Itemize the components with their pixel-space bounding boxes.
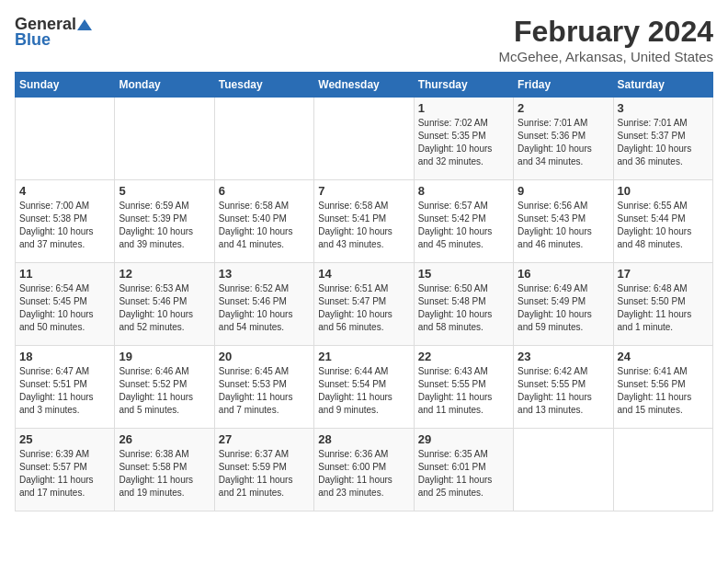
logo-blue-text: Blue — [15, 30, 51, 50]
day-number: 14 — [318, 267, 409, 281]
calendar-cell: 22Sunrise: 6:43 AM Sunset: 5:55 PM Dayli… — [414, 346, 513, 429]
calendar-cell: 12Sunrise: 6:53 AM Sunset: 5:46 PM Dayli… — [115, 263, 214, 346]
day-info: Sunrise: 6:58 AM Sunset: 5:40 PM Dayligh… — [219, 200, 310, 251]
calendar-cell: 10Sunrise: 6:55 AM Sunset: 5:44 PM Dayli… — [613, 180, 712, 263]
day-info: Sunrise: 6:58 AM Sunset: 5:41 PM Dayligh… — [318, 200, 409, 251]
day-number: 26 — [119, 432, 210, 446]
day-info: Sunrise: 6:49 AM Sunset: 5:49 PM Dayligh… — [518, 282, 609, 334]
day-number: 9 — [518, 184, 609, 198]
day-number: 24 — [618, 350, 709, 363]
day-number: 2 — [518, 101, 609, 115]
day-info: Sunrise: 6:43 AM Sunset: 5:55 PM Dayligh… — [418, 365, 509, 417]
day-number: 22 — [418, 350, 509, 363]
page-title: February 2024 — [499, 15, 713, 49]
day-number: 4 — [19, 184, 110, 198]
logo-icon — [77, 17, 92, 32]
calendar-cell: 7Sunrise: 6:58 AM Sunset: 5:41 PM Daylig… — [314, 180, 414, 263]
day-number: 25 — [19, 432, 110, 446]
calendar-cell: 3Sunrise: 7:01 AM Sunset: 5:37 PM Daylig… — [613, 98, 712, 180]
header-friday: Friday — [514, 73, 613, 98]
calendar-cell: 16Sunrise: 6:49 AM Sunset: 5:49 PM Dayli… — [514, 263, 613, 346]
calendar-cell: 26Sunrise: 6:38 AM Sunset: 5:58 PM Dayli… — [115, 429, 214, 511]
day-info: Sunrise: 6:46 AM Sunset: 5:52 PM Dayligh… — [119, 365, 210, 417]
calendar-week-row: 18Sunrise: 6:47 AM Sunset: 5:51 PM Dayli… — [16, 346, 713, 429]
calendar-cell: 1Sunrise: 7:02 AM Sunset: 5:35 PM Daylig… — [414, 98, 513, 180]
day-info: Sunrise: 7:01 AM Sunset: 5:36 PM Dayligh… — [518, 117, 609, 168]
day-info: Sunrise: 6:44 AM Sunset: 5:54 PM Dayligh… — [318, 365, 409, 417]
day-info: Sunrise: 6:59 AM Sunset: 5:39 PM Dayligh… — [119, 200, 210, 251]
day-info: Sunrise: 6:48 AM Sunset: 5:50 PM Dayligh… — [618, 282, 709, 334]
day-number: 21 — [318, 350, 409, 363]
day-info: Sunrise: 6:52 AM Sunset: 5:46 PM Dayligh… — [219, 282, 310, 334]
calendar-week-row: 25Sunrise: 6:39 AM Sunset: 5:57 PM Dayli… — [16, 429, 713, 511]
calendar-cell: 27Sunrise: 6:37 AM Sunset: 5:59 PM Dayli… — [214, 429, 313, 511]
calendar-cell — [214, 98, 313, 180]
day-number: 13 — [219, 267, 310, 281]
day-info: Sunrise: 6:51 AM Sunset: 5:47 PM Dayligh… — [318, 282, 409, 334]
day-info: Sunrise: 6:45 AM Sunset: 5:53 PM Dayligh… — [219, 365, 310, 417]
day-number: 17 — [618, 267, 709, 281]
calendar-cell — [514, 429, 613, 511]
calendar-table: SundayMondayTuesdayWednesdayThursdayFrid… — [15, 72, 713, 511]
day-info: Sunrise: 6:54 AM Sunset: 5:45 PM Dayligh… — [19, 282, 110, 334]
calendar-week-row: 11Sunrise: 6:54 AM Sunset: 5:45 PM Dayli… — [16, 263, 713, 346]
day-info: Sunrise: 6:55 AM Sunset: 5:44 PM Dayligh… — [618, 200, 709, 251]
day-info: Sunrise: 6:57 AM Sunset: 5:42 PM Dayligh… — [418, 200, 509, 251]
day-info: Sunrise: 6:39 AM Sunset: 5:57 PM Dayligh… — [19, 448, 110, 500]
day-number: 20 — [219, 350, 310, 363]
header-saturday: Saturday — [613, 73, 712, 98]
page-subtitle: McGehee, Arkansas, United States — [499, 49, 713, 64]
day-number: 3 — [618, 101, 709, 115]
calendar-cell: 6Sunrise: 6:58 AM Sunset: 5:40 PM Daylig… — [214, 180, 313, 263]
day-number: 11 — [19, 267, 110, 281]
header-thursday: Thursday — [414, 73, 513, 98]
header-tuesday: Tuesday — [214, 73, 313, 98]
calendar-cell: 28Sunrise: 6:36 AM Sunset: 6:00 PM Dayli… — [314, 429, 414, 511]
page-header: General Blue February 2024 McGehee, Arka… — [15, 15, 713, 64]
day-info: Sunrise: 7:00 AM Sunset: 5:38 PM Dayligh… — [19, 200, 110, 251]
calendar-cell: 11Sunrise: 6:54 AM Sunset: 5:45 PM Dayli… — [16, 263, 115, 346]
day-number: 5 — [119, 184, 210, 198]
calendar-cell: 5Sunrise: 6:59 AM Sunset: 5:39 PM Daylig… — [115, 180, 214, 263]
calendar-cell: 14Sunrise: 6:51 AM Sunset: 5:47 PM Dayli… — [314, 263, 414, 346]
calendar-cell: 15Sunrise: 6:50 AM Sunset: 5:48 PM Dayli… — [414, 263, 513, 346]
svg-marker-0 — [77, 19, 92, 30]
calendar-cell: 18Sunrise: 6:47 AM Sunset: 5:51 PM Dayli… — [16, 346, 115, 429]
calendar-week-row: 4Sunrise: 7:00 AM Sunset: 5:38 PM Daylig… — [16, 180, 713, 263]
day-info: Sunrise: 6:47 AM Sunset: 5:51 PM Dayligh… — [19, 365, 110, 417]
day-number: 8 — [418, 184, 509, 198]
header-monday: Monday — [115, 73, 214, 98]
day-info: Sunrise: 6:41 AM Sunset: 5:56 PM Dayligh… — [618, 365, 709, 417]
day-number: 15 — [418, 267, 509, 281]
calendar-cell: 29Sunrise: 6:35 AM Sunset: 6:01 PM Dayli… — [414, 429, 513, 511]
day-number: 10 — [618, 184, 709, 198]
day-number: 19 — [119, 350, 210, 363]
logo: General Blue — [15, 15, 93, 50]
day-number: 27 — [219, 432, 310, 446]
calendar-cell: 8Sunrise: 6:57 AM Sunset: 5:42 PM Daylig… — [414, 180, 513, 263]
header-wednesday: Wednesday — [314, 73, 414, 98]
calendar-cell: 9Sunrise: 6:56 AM Sunset: 5:43 PM Daylig… — [514, 180, 613, 263]
day-info: Sunrise: 6:42 AM Sunset: 5:55 PM Dayligh… — [518, 365, 609, 417]
day-info: Sunrise: 6:37 AM Sunset: 5:59 PM Dayligh… — [219, 448, 310, 500]
day-info: Sunrise: 6:56 AM Sunset: 5:43 PM Dayligh… — [518, 200, 609, 251]
title-area: February 2024 McGehee, Arkansas, United … — [499, 15, 713, 64]
calendar-cell: 4Sunrise: 7:00 AM Sunset: 5:38 PM Daylig… — [16, 180, 115, 263]
calendar-cell: 20Sunrise: 6:45 AM Sunset: 5:53 PM Dayli… — [214, 346, 313, 429]
day-number: 7 — [318, 184, 409, 198]
day-number: 28 — [318, 432, 409, 446]
calendar-cell: 19Sunrise: 6:46 AM Sunset: 5:52 PM Dayli… — [115, 346, 214, 429]
day-info: Sunrise: 6:38 AM Sunset: 5:58 PM Dayligh… — [119, 448, 210, 500]
day-number: 23 — [518, 350, 609, 363]
day-number: 1 — [418, 101, 509, 115]
header-sunday: Sunday — [16, 73, 115, 98]
calendar-cell: 23Sunrise: 6:42 AM Sunset: 5:55 PM Dayli… — [514, 346, 613, 429]
day-info: Sunrise: 6:35 AM Sunset: 6:01 PM Dayligh… — [418, 448, 509, 500]
day-info: Sunrise: 7:01 AM Sunset: 5:37 PM Dayligh… — [618, 117, 709, 168]
day-number: 16 — [518, 267, 609, 281]
calendar-week-row: 1Sunrise: 7:02 AM Sunset: 5:35 PM Daylig… — [16, 98, 713, 180]
day-info: Sunrise: 6:50 AM Sunset: 5:48 PM Dayligh… — [418, 282, 509, 334]
day-info: Sunrise: 6:53 AM Sunset: 5:46 PM Dayligh… — [119, 282, 210, 334]
calendar-cell: 2Sunrise: 7:01 AM Sunset: 5:36 PM Daylig… — [514, 98, 613, 180]
calendar-cell: 21Sunrise: 6:44 AM Sunset: 5:54 PM Dayli… — [314, 346, 414, 429]
